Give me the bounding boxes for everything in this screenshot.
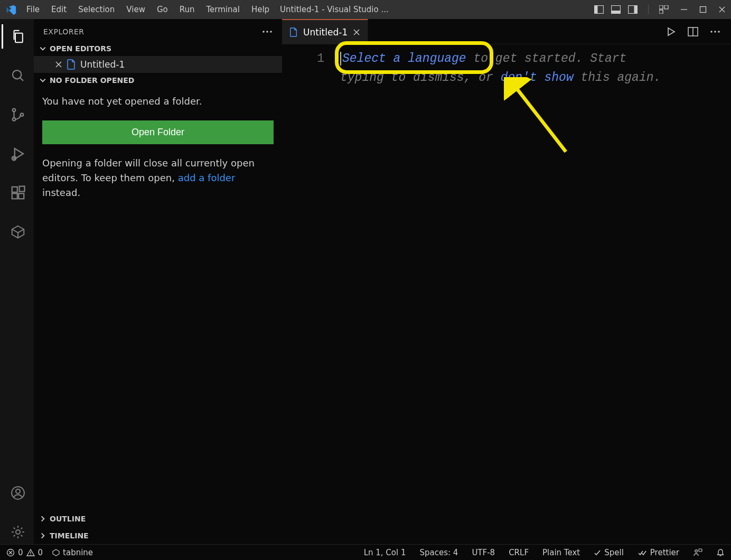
svg-point-26 [16,489,20,493]
editor-more-icon[interactable] [710,30,720,33]
status-prettier-label: Prettier [650,548,679,557]
editor-body[interactable]: 1 Select a language to get started. Star… [282,44,731,544]
section-no-folder-label: NO FOLDER OPENED [50,76,134,85]
status-bar: 0 0 tabnine Ln 1, Col 1 Spaces: 4 UTF-8 … [0,544,731,560]
window-maximize-icon[interactable] [699,6,707,13]
svg-rect-10 [700,7,706,13]
svg-point-40 [718,31,719,32]
code-area[interactable]: Select a language to get started. Start … [340,50,731,544]
section-timeline[interactable]: TIMELINE [34,527,282,544]
tab-untitled-1[interactable]: Untitled-1 [282,19,368,44]
svg-point-28 [263,31,264,32]
section-outline-label: OUTLINE [50,515,86,523]
customize-layout-icon[interactable] [659,5,669,14]
svg-point-27 [16,530,20,534]
svg-rect-20 [12,187,17,192]
status-tabnine-label: tabnine [63,548,93,557]
status-encoding[interactable]: UTF-8 [472,548,495,557]
no-folder-message: You have not yet opened a folder. [42,94,274,109]
sidebar-title: EXPLORER [43,27,85,36]
svg-point-50 [695,549,698,552]
menu-selection[interactable]: Selection [73,2,120,17]
activity-account[interactable] [2,481,34,505]
svg-rect-3 [612,11,621,14]
no-folder-hint: Opening a folder will close all currentl… [42,156,274,200]
svg-point-13 [13,70,21,79]
file-icon [67,59,76,70]
activity-extensions[interactable] [2,181,34,205]
editor-placeholder-hint: Select a language to get started. Start … [340,50,668,87]
activity-settings[interactable] [2,520,34,544]
svg-rect-51 [699,549,702,552]
open-editor-file[interactable]: Untitled-1 [34,56,282,73]
window-minimize-icon[interactable] [680,6,688,13]
svg-rect-21 [12,193,17,199]
no-folder-body: You have not yet opened a folder. Open F… [34,88,282,200]
svg-line-42 [514,85,566,152]
window-close-icon[interactable] [718,6,726,13]
svg-point-16 [12,118,15,121]
status-bell-icon[interactable] [716,548,725,557]
window-controls [676,6,726,13]
activity-source-control[interactable] [2,102,34,127]
svg-point-39 [714,31,716,32]
tab-close-icon[interactable] [353,29,360,36]
svg-rect-5 [634,6,638,14]
open-folder-button[interactable]: Open Folder [42,120,274,144]
svg-point-29 [266,31,268,32]
status-spaces[interactable]: Spaces: 4 [420,548,458,557]
menu-terminal[interactable]: Terminal [201,2,245,17]
status-spell-label: Spell [604,548,624,557]
dont-show-link[interactable]: don't show [501,71,574,85]
vscode-logo-icon [5,4,16,15]
status-warnings-count: 0 [38,548,43,557]
status-errors-count: 0 [18,548,23,557]
add-folder-link[interactable]: add a folder [178,172,236,183]
svg-rect-8 [659,10,663,14]
status-ln-col[interactable]: Ln 1, Col 1 [364,548,406,557]
activity-search[interactable] [2,63,34,88]
svg-rect-6 [659,5,663,9]
status-language[interactable]: Plain Text [542,548,580,557]
split-editor-icon[interactable] [688,27,698,36]
svg-point-15 [12,109,15,112]
layout-sidebar-right-icon[interactable] [628,5,638,14]
activity-run-debug[interactable] [2,142,34,166]
editor-area: Untitled-1 1 Select a langua [282,19,731,544]
line-number-gutter: 1 [282,50,340,544]
menu-view[interactable]: View [121,2,151,17]
status-spell[interactable]: Spell [594,548,624,557]
sidebar-more-icon[interactable] [262,30,273,33]
annotation-arrow-icon [504,77,583,162]
menu-go[interactable]: Go [152,2,173,17]
close-editor-icon[interactable] [55,61,62,68]
section-timeline-label: TIMELINE [50,531,89,540]
run-file-icon[interactable] [666,26,676,37]
separator [648,5,649,14]
menu-run[interactable]: Run [174,2,200,17]
layout-sidebar-left-icon[interactable] [594,5,604,14]
menu-edit[interactable]: Edit [46,2,72,17]
status-prettier[interactable]: Prettier [638,548,679,557]
svg-marker-35 [668,28,674,35]
status-feedback-icon[interactable] [693,548,702,557]
section-outline[interactable]: OUTLINE [34,510,282,527]
svg-rect-1 [595,6,598,14]
text-cursor [340,52,341,66]
menu-file[interactable]: File [21,2,45,17]
title-bar: File Edit Selection View Go Run Terminal… [0,0,731,19]
status-problems[interactable]: 0 0 [6,548,43,557]
section-open-editors[interactable]: OPEN EDITORS [34,41,282,56]
menu-help[interactable]: Help [246,2,275,17]
svg-line-14 [20,78,23,81]
layout-panel-bottom-icon[interactable] [611,5,621,14]
explorer-sidebar: EXPLORER OPEN EDITORS Untitled-1 NO FOLD… [34,19,282,544]
status-tabnine[interactable]: tabnine [52,548,93,557]
section-no-folder[interactable]: NO FOLDER OPENED [34,73,282,88]
status-eol[interactable]: CRLF [509,548,529,557]
activity-package[interactable] [2,220,34,244]
select-language-link[interactable]: Select a language [342,52,466,66]
svg-rect-23 [19,186,24,192]
activity-explorer[interactable] [2,24,34,49]
line-number-1: 1 [282,50,324,69]
